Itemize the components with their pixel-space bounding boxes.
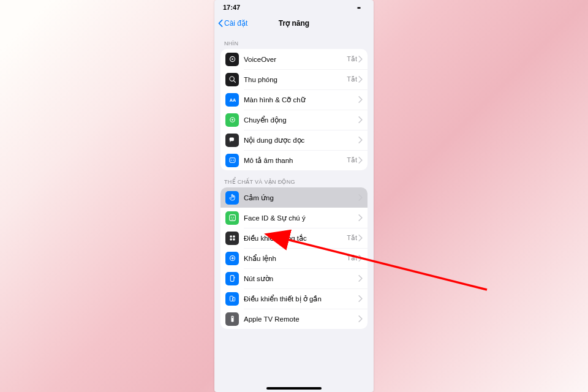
- zoom-icon: [225, 73, 239, 86]
- page-title: Trợ năng: [279, 19, 309, 28]
- row-side-button[interactable]: Nút sườn: [221, 268, 368, 288]
- row-label: Nội dung được đọc: [244, 136, 358, 145]
- back-button[interactable]: Cài đặt: [218, 19, 247, 28]
- row-value: Tắt: [347, 55, 357, 63]
- phone-frame: 17:47 ▪▪ Cài đặt Trợ năng NHÌN VoiceOver…: [214, 0, 374, 392]
- svg-text:AA: AA: [229, 97, 236, 103]
- textsize-icon: AA: [225, 93, 239, 107]
- row-label: VoiceOver: [244, 56, 347, 63]
- row-face-id[interactable]: Face ID & Sự chú ý: [221, 208, 368, 228]
- row-label: Điều khiển công tắc: [244, 234, 347, 243]
- status-time: 17:47: [223, 4, 240, 11]
- faceid-icon: [225, 211, 239, 225]
- svg-rect-20: [233, 238, 235, 240]
- status-indicators: ▪▪: [357, 4, 365, 11]
- voiceover-icon: [225, 53, 239, 66]
- motion-icon: [225, 113, 239, 127]
- row-label: Thu phóng: [244, 76, 347, 83]
- row-label: Màn hình & Cỡ chữ: [244, 96, 358, 104]
- svg-rect-22: [230, 276, 234, 282]
- row-label: Apple TV Remote: [244, 315, 358, 323]
- row-switch-control[interactable]: Điều khiển công tắc Tắt: [221, 228, 368, 248]
- row-label: Face ID & Sự chú ý: [244, 214, 358, 222]
- row-label: Cảm ứng: [244, 194, 358, 202]
- svg-rect-11: [230, 158, 235, 162]
- chevron-right-icon: [358, 56, 363, 62]
- svg-point-16: [233, 217, 233, 217]
- svg-rect-23: [234, 277, 235, 278]
- signal-icon: ▪▪: [357, 4, 360, 11]
- switch-control-icon: [225, 232, 239, 245]
- svg-point-4: [232, 58, 233, 60]
- row-zoom[interactable]: Thu phóng Tắt: [221, 69, 368, 89]
- chevron-right-icon: [358, 157, 363, 164]
- section-header-physical: THỂ CHẤT VÀ VẬN ĐỘNG: [221, 170, 368, 187]
- svg-point-27: [232, 317, 233, 318]
- svg-point-9: [232, 119, 233, 120]
- group-vision: VoiceOver Tắt Thu phóng Tắt AA Màn hình …: [221, 49, 368, 170]
- voice-control-icon: [225, 252, 239, 265]
- row-voice-control[interactable]: Khẩu lệnh Tắt: [221, 248, 368, 268]
- chevron-right-icon: [358, 235, 363, 241]
- row-label: Nút sườn: [244, 274, 358, 283]
- svg-point-15: [231, 217, 232, 217]
- row-value: Tắt: [347, 156, 357, 164]
- chevron-right-icon: [358, 315, 363, 322]
- svg-rect-19: [230, 238, 232, 240]
- row-label: Chuyển động: [244, 116, 358, 124]
- section-header-vision: NHÌN: [221, 32, 368, 49]
- touch-icon: [225, 191, 239, 205]
- tv-remote-icon: [225, 312, 239, 326]
- svg-point-13: [233, 160, 234, 161]
- svg-rect-17: [230, 235, 232, 237]
- svg-rect-18: [233, 235, 235, 237]
- side-button-icon: [225, 272, 239, 285]
- row-label: Khẩu lệnh: [244, 254, 347, 263]
- row-value: Tắt: [347, 75, 357, 83]
- row-voiceover[interactable]: VoiceOver Tắt: [221, 49, 368, 69]
- home-indicator[interactable]: [266, 387, 322, 390]
- svg-rect-14: [229, 215, 235, 221]
- settings-content[interactable]: NHÌN VoiceOver Tắt Thu phóng Tắt AA Màn …: [214, 32, 374, 392]
- chevron-right-icon: [358, 275, 363, 282]
- nav-bar: Cài đặt Trợ năng: [214, 15, 374, 32]
- audio-desc-icon: [225, 154, 239, 167]
- svg-point-12: [231, 160, 232, 161]
- back-label: Cài đặt: [224, 19, 247, 28]
- svg-rect-10: [229, 137, 233, 141]
- row-touch[interactable]: Cảm ứng: [221, 187, 368, 208]
- chevron-right-icon: [358, 255, 363, 262]
- chevron-right-icon: [358, 295, 363, 302]
- chevron-right-icon: [358, 137, 363, 143]
- group-physical: Cảm ứng Face ID & Sự chú ý Điều khiển cô…: [221, 187, 368, 329]
- nearby-devices-icon: [225, 292, 239, 306]
- row-display-text[interactable]: AA Màn hình & Cỡ chữ: [221, 89, 368, 110]
- speech-icon: [225, 134, 239, 147]
- svg-line-6: [233, 81, 235, 83]
- chevron-right-icon: [358, 116, 363, 123]
- row-label: Điều khiển thiết bị ở gần: [244, 295, 358, 303]
- chevron-right-icon: [358, 76, 363, 83]
- row-nearby-devices[interactable]: Điều khiển thiết bị ở gần: [221, 288, 368, 309]
- chevron-right-icon: [358, 194, 363, 201]
- row-label: Mô tả âm thanh: [244, 156, 347, 165]
- chevron-right-icon: [358, 214, 363, 221]
- row-spoken-content[interactable]: Nội dung được đọc: [221, 130, 368, 150]
- row-value: Tắt: [347, 254, 357, 262]
- status-bar: 17:47 ▪▪: [214, 0, 374, 15]
- row-apple-tv-remote[interactable]: Apple TV Remote: [221, 309, 368, 329]
- row-audio-descriptions[interactable]: Mô tả âm thanh Tắt: [221, 150, 368, 170]
- row-motion[interactable]: Chuyển động: [221, 110, 368, 130]
- row-value: Tắt: [347, 234, 357, 242]
- chevron-right-icon: [358, 96, 363, 103]
